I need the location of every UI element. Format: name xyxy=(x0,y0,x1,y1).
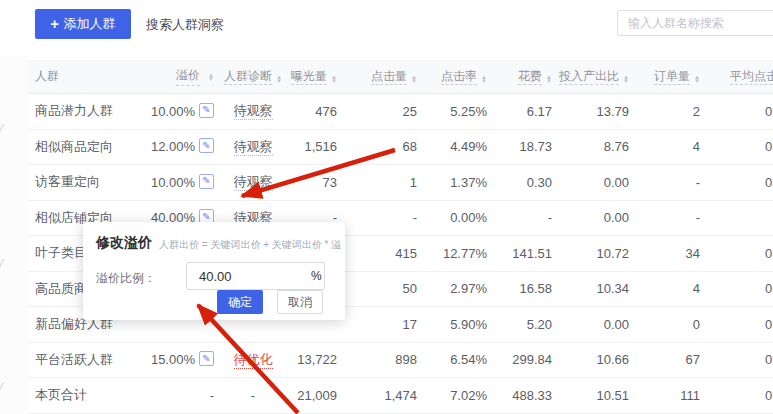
column-label: 平均点击花费 xyxy=(730,69,773,85)
table-row: 相似商品定向12.00%✎待观察1,516684.49%18.738.7640 xyxy=(28,130,773,166)
clicks-cell: 1 xyxy=(340,175,420,190)
avg_cpc-cell: 0 xyxy=(703,281,773,296)
table-header-row: 人群溢价▲▼人群诊断▲▼曝光量▲▼点击量▲▼点击率▲▼花费▲▼投入产出比▲▼订单… xyxy=(28,60,773,94)
edit-premium-icon[interactable]: ✎ xyxy=(199,103,214,118)
ctr-cell: 6.54% xyxy=(420,352,490,367)
confirm-button[interactable]: 确定 xyxy=(217,290,263,314)
diagnosis-cell: 待观察 xyxy=(218,138,288,156)
cancel-button[interactable]: 取消 xyxy=(277,290,323,314)
column-header-4[interactable]: 点击量▲▼ xyxy=(340,68,420,85)
avg_cpc-cell: 0 xyxy=(703,246,773,261)
exposure-cell: 73 xyxy=(288,175,340,190)
column-header-2[interactable]: 人群诊断▲▼ xyxy=(218,68,288,85)
avg_cpc-cell: 0 xyxy=(703,317,773,332)
column-label: 人群 xyxy=(35,69,59,83)
sort-carets-icon[interactable]: ▲▼ xyxy=(276,75,282,83)
column-header-3[interactable]: 曝光量▲▼ xyxy=(288,68,340,85)
premium-cell: 15.00%✎ xyxy=(150,351,218,368)
column-header-8[interactable]: 订单量▲▼ xyxy=(632,68,703,85)
column-header-1[interactable]: 溢价▲▼ xyxy=(150,67,218,86)
avg_cpc-cell: 0 xyxy=(703,175,773,190)
clicks-cell: 898 xyxy=(340,352,420,367)
cost-cell: - xyxy=(490,210,555,225)
premium-value: 15.00% xyxy=(151,352,195,367)
premium-value: - xyxy=(210,388,214,403)
column-header-0: 人群 xyxy=(28,68,150,85)
cost-cell: 299.84 xyxy=(490,352,555,367)
sort-carets-icon[interactable]: ▲▼ xyxy=(331,75,337,83)
roi-cell: 10.34 xyxy=(555,281,632,296)
sort-carets-icon[interactable]: ▲▼ xyxy=(481,75,487,83)
premium-ratio-input[interactable] xyxy=(186,262,325,290)
cost-cell: 6.17 xyxy=(490,104,555,119)
column-label: 订单量 xyxy=(654,69,690,85)
diagnosis-badge: 待观察 xyxy=(234,174,273,191)
sort-carets-icon[interactable]: ▲▼ xyxy=(411,75,417,83)
column-label: 人群诊断 xyxy=(224,69,272,85)
avg_cpc-cell: 0 xyxy=(703,139,773,154)
ctr-cell: 1.37% xyxy=(420,175,490,190)
premium-value: 10.00% xyxy=(151,175,195,190)
roi-cell: 10.72 xyxy=(555,246,632,261)
avg_cpc-cell: 0 xyxy=(703,388,773,403)
audience-insight-link[interactable]: 搜索人群洞察 xyxy=(146,16,224,34)
column-label: 投入产出比 xyxy=(559,69,619,85)
premium-cell: 10.00%✎ xyxy=(150,103,218,120)
diagnosis-cell: 待观察 xyxy=(218,102,288,120)
ctr-cell: 4.49% xyxy=(420,139,490,154)
orders-cell: 4 xyxy=(632,139,703,154)
clicks-cell: 68 xyxy=(340,139,420,154)
cost-cell: 16.58 xyxy=(490,281,555,296)
orders-cell: 4 xyxy=(632,281,703,296)
premium-cell: 12.00%✎ xyxy=(150,138,218,155)
cost-cell: 5.20 xyxy=(490,317,555,332)
column-label: 溢价 xyxy=(176,67,200,86)
clicks-cell: 25 xyxy=(340,104,420,119)
roi-cell: 8.76 xyxy=(555,139,632,154)
toolbar: + 添加人群 搜索人群洞察 xyxy=(0,0,773,56)
audience-name-cell: 平台活跃人群 xyxy=(28,351,150,369)
ctr-cell: 5.25% xyxy=(420,104,490,119)
roi-cell: 10.66 xyxy=(555,352,632,367)
add-audience-button[interactable]: + 添加人群 xyxy=(35,9,131,39)
diagnosis-badge: 待观察 xyxy=(234,103,273,120)
clicks-cell: 50 xyxy=(340,281,420,296)
table-total-row: 本页合计--21,0091,4747.02%488.3310.511110 xyxy=(28,378,773,414)
column-header-6[interactable]: 花费▲▼ xyxy=(490,68,555,85)
sort-carets-icon[interactable]: ▲▼ xyxy=(623,75,629,83)
diagnosis-cell: 待优化 xyxy=(218,351,288,369)
watermark-check-icon: ✓ xyxy=(0,254,9,274)
column-header-7[interactable]: 投入产出比▲▼ xyxy=(555,68,632,85)
column-label: 点击率 xyxy=(441,69,477,85)
ctr-cell: 2.97% xyxy=(420,281,490,296)
clicks-cell: 17 xyxy=(340,317,420,332)
orders-cell: 34 xyxy=(632,246,703,261)
diagnosis-badge: 待优化 xyxy=(234,352,273,369)
edit-premium-modal: 修改溢价 人群出价 = 关键词出价 + 关键词出价 * 溢价 溢价比例： % 确… xyxy=(83,222,345,320)
roi-cell: 10.51 xyxy=(555,388,632,403)
sort-carets-icon[interactable]: ▲▼ xyxy=(546,75,552,83)
watermark-check-icon: ✓ xyxy=(0,119,9,139)
orders-cell: 2 xyxy=(632,104,703,119)
avg_cpc-cell: 0 xyxy=(703,104,773,119)
column-header-5[interactable]: 点击率▲▼ xyxy=(420,68,490,85)
roi-cell: 0.00 xyxy=(555,210,632,225)
sort-carets-icon[interactable]: ▲▼ xyxy=(208,73,214,81)
add-audience-label: 添加人群 xyxy=(64,15,116,33)
edit-premium-icon[interactable]: ✎ xyxy=(199,351,214,366)
column-label: 曝光量 xyxy=(291,69,327,85)
modal-formula-hint: 人群出价 = 关键词出价 + 关键词出价 * 溢价 xyxy=(159,238,341,252)
percent-unit-label: % xyxy=(311,269,322,283)
clicks-cell: 1,474 xyxy=(340,388,420,403)
left-gutter: ✓ ✓ ✓ xyxy=(0,0,28,414)
clicks-cell: - xyxy=(340,210,420,225)
sort-carets-icon[interactable]: ▲▼ xyxy=(694,75,700,83)
audience-name-cell: 访客重定向 xyxy=(28,173,150,191)
modal-title: 修改溢价 xyxy=(96,234,152,252)
audience-search-input[interactable] xyxy=(617,10,773,36)
edit-premium-icon[interactable]: ✎ xyxy=(199,138,214,153)
orders-cell: 67 xyxy=(632,352,703,367)
edit-premium-icon[interactable]: ✎ xyxy=(199,174,214,189)
cost-cell: 141.51 xyxy=(490,246,555,261)
ctr-cell: 0.00% xyxy=(420,210,490,225)
